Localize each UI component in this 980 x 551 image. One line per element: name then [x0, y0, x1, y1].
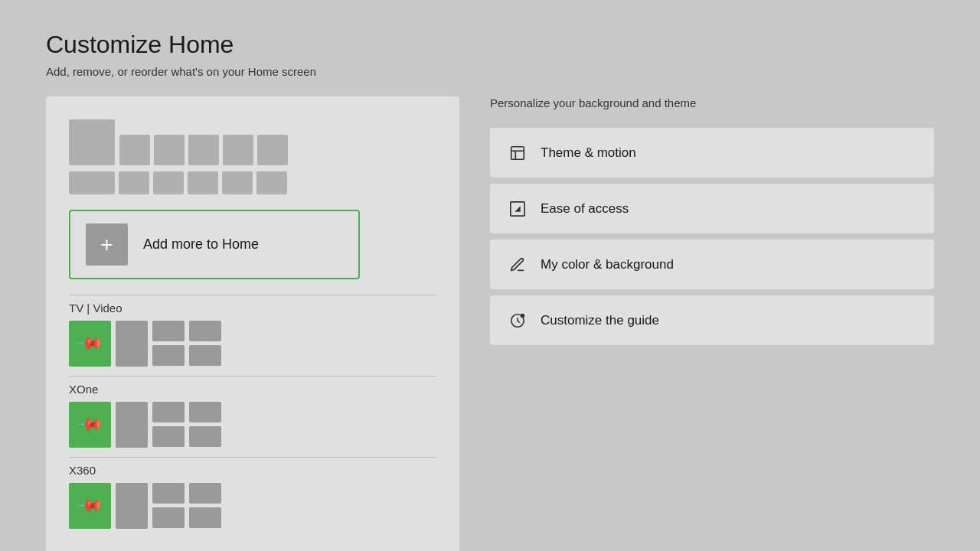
preview-tile-small-1	[119, 135, 150, 165]
preview-tile-wide-1	[69, 171, 115, 194]
add-more-label: Add more to Home	[143, 236, 259, 253]
divider-x360	[69, 457, 436, 458]
divider-xone	[69, 376, 436, 377]
tile-group-xone	[152, 402, 185, 448]
menu-item-theme-motion[interactable]: Theme & motion	[490, 128, 934, 178]
tile-half-tv-2	[152, 345, 185, 366]
menu-items-list: Theme & motion Ease of access	[490, 128, 934, 345]
right-subtitle: Personalize your background and theme	[490, 96, 934, 109]
section-tiles-x360: 📌	[69, 483, 436, 529]
tile-half-x360-2	[152, 507, 185, 528]
home-preview	[69, 119, 436, 194]
tile-green-xone: 📌	[69, 402, 111, 448]
page-subtitle: Add, remove, or reorder what's on your H…	[46, 65, 934, 78]
menu-item-color-background[interactable]: My color & background	[490, 240, 934, 289]
menu-item-color-background-label: My color & background	[541, 257, 674, 272]
tiles-row-top	[69, 119, 436, 165]
page-container: Customize Home Add, remove, or reorder w…	[0, 0, 980, 551]
tile-half-xone-1	[152, 402, 185, 422]
menu-item-ease-of-access-label: Ease of access	[541, 201, 629, 217]
preview-tile-large	[69, 119, 115, 165]
color-icon	[508, 256, 527, 274]
pin-icon-tv: 📌	[76, 329, 104, 357]
preview-tile-small-3	[188, 135, 219, 165]
tile-green-tv: 📌	[69, 321, 111, 367]
tile-half-xone-3	[189, 402, 221, 422]
tile-half-xone-2	[152, 426, 185, 447]
section-label-xone: XOne	[69, 383, 436, 396]
tile-half-xone-4	[189, 426, 221, 447]
preview-tile-small-2	[154, 135, 185, 165]
plus-icon: +	[100, 234, 113, 256]
svg-point-4	[521, 313, 525, 318]
pin-icon-xone: 📌	[76, 410, 104, 439]
section-tiles-tv: 📌	[69, 321, 436, 367]
tile-half-x360-4	[189, 507, 221, 528]
add-more-button[interactable]: + Add more to Home	[69, 210, 360, 279]
preview-tile-wide-5	[222, 171, 253, 194]
accessibility-icon	[508, 200, 527, 218]
tile-group-tv	[152, 321, 185, 367]
tile-half-tv-1	[152, 321, 185, 341]
right-panel: Personalize your background and theme Th…	[490, 96, 934, 551]
tile-half-tv-4	[189, 345, 221, 366]
tiles-row-bottom	[69, 171, 436, 194]
tile-med-xone-1	[116, 402, 148, 448]
preview-tile-wide-2	[119, 171, 149, 194]
menu-item-customize-guide-label: Customize the guide	[541, 313, 659, 328]
theme-icon	[508, 144, 527, 162]
tile-half-x360-3	[189, 483, 221, 504]
divider-tv	[69, 295, 436, 295]
menu-item-theme-motion-label: Theme & motion	[541, 145, 636, 161]
section-label-x360: X360	[69, 464, 436, 477]
tile-group-tv-2	[189, 321, 221, 367]
tiles-small-group	[119, 135, 288, 165]
svg-marker-2	[514, 206, 520, 211]
tile-group-x360-2	[189, 483, 221, 529]
menu-item-ease-of-access[interactable]: Ease of access	[490, 184, 934, 233]
tile-green-x360: 📌	[69, 483, 111, 529]
preview-tile-wide-6	[256, 171, 287, 194]
preview-tile-small-5	[257, 135, 288, 165]
tile-half-x360-1	[152, 483, 185, 504]
guide-icon	[508, 311, 527, 330]
tile-group-x360	[152, 483, 185, 529]
preview-tile-wide-4	[188, 171, 218, 194]
tile-half-tv-3	[189, 321, 221, 341]
pin-icon-x360: 📌	[76, 491, 104, 520]
content-row: + Add more to Home TV | Video 📌	[46, 96, 934, 551]
section-label-tv: TV | Video	[69, 302, 436, 315]
svg-rect-0	[511, 146, 524, 159]
left-panel: + Add more to Home TV | Video 📌	[46, 96, 459, 551]
tile-med-tv-1	[116, 321, 148, 367]
section-tiles-xone: 📌	[69, 402, 436, 448]
preview-tile-wide-3	[153, 171, 184, 194]
tile-med-x360-1	[116, 483, 148, 529]
plus-box: +	[86, 223, 128, 266]
preview-tile-small-4	[223, 135, 253, 165]
page-title: Customize Home	[46, 31, 934, 59]
tile-group-xone-2	[189, 402, 221, 448]
menu-item-customize-guide[interactable]: Customize the guide	[490, 295, 934, 345]
